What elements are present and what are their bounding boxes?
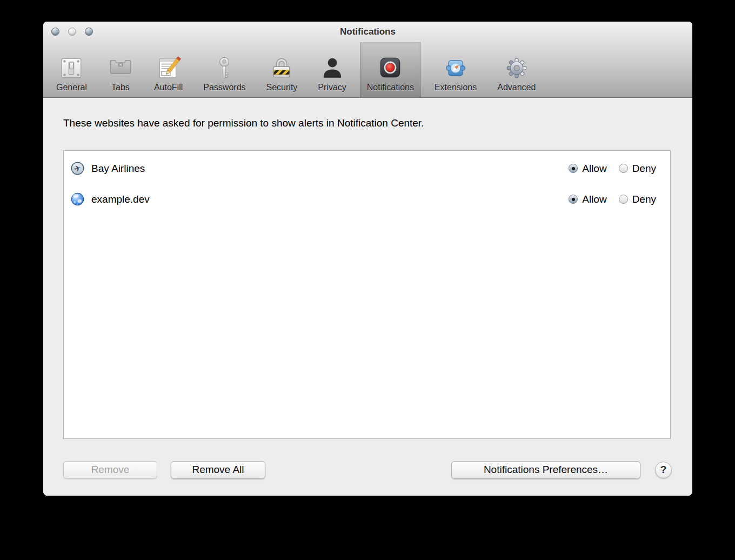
allow-radio[interactable]: [569, 164, 578, 173]
deny-label: Deny: [632, 163, 656, 175]
titlebar[interactable]: Notifications: [43, 22, 692, 42]
deny-label: Deny: [632, 194, 656, 205]
tab-label: General: [56, 83, 87, 92]
form-pencil-icon: [156, 55, 182, 81]
globe-icon: [71, 192, 84, 206]
deny-radio[interactable]: [619, 164, 628, 173]
tab-label: Notifications: [367, 83, 414, 92]
tab-security[interactable]: Security: [260, 42, 304, 97]
tab-autofill[interactable]: AutoFill: [148, 42, 189, 97]
deny-radio[interactable]: [619, 195, 628, 204]
tab-privacy[interactable]: Privacy: [311, 42, 352, 97]
tab-tabs[interactable]: Tabs: [101, 42, 140, 97]
airplane-icon: ✈: [71, 162, 84, 175]
screen: { "window": { "title": "Notifications" }…: [0, 0, 735, 560]
site-name: example.dev: [91, 194, 150, 205]
pane-description: These websites have asked for permission…: [63, 117, 671, 129]
padlock-icon: [269, 55, 295, 81]
websites-list: ✈ Bay Airlines Allow Deny: [63, 150, 671, 439]
tab-label: Tabs: [111, 83, 130, 92]
permission-controls: Allow Deny: [569, 194, 656, 205]
site-row[interactable]: example.dev Allow Deny: [64, 184, 670, 215]
permission-controls: Allow Deny: [569, 163, 656, 175]
site-row[interactable]: ✈ Bay Airlines Allow Deny: [64, 153, 670, 184]
window-header: Notifications General: [43, 22, 692, 98]
window-title: Notifications: [43, 26, 692, 37]
remove-button[interactable]: Remove: [63, 461, 157, 479]
tab-label: Advanced: [497, 83, 536, 92]
site-name: Bay Airlines: [91, 163, 145, 175]
tab-label: Extensions: [435, 83, 477, 92]
gear-icon: [504, 55, 530, 81]
person-silhouette-icon: [319, 55, 345, 81]
preferences-toolbar: General Tabs: [43, 42, 692, 97]
tab-passwords[interactable]: Passwords: [197, 42, 252, 97]
tab-label: Privacy: [318, 83, 346, 92]
tab-extensions[interactable]: Extensions: [428, 42, 483, 97]
tab-label: AutoFill: [154, 83, 183, 92]
switch-plate-icon: [58, 55, 84, 81]
footer-bar: Remove Remove All Notifications Preferen…: [63, 461, 672, 479]
tab-notifications[interactable]: Notifications: [360, 42, 420, 97]
notifications-preferences-button[interactable]: Notifications Preferences…: [451, 461, 640, 479]
tab-advanced[interactable]: Advanced: [491, 42, 542, 97]
tab-label: Passwords: [203, 83, 245, 92]
tab-label: Security: [266, 83, 298, 92]
help-button[interactable]: ?: [655, 462, 672, 478]
browser-tab-icon: [108, 55, 133, 81]
record-dot-icon: [377, 55, 403, 81]
allow-label: Allow: [582, 194, 606, 205]
allow-label: Allow: [582, 163, 606, 175]
tab-general[interactable]: General: [50, 42, 93, 97]
preferences-window: Notifications General: [43, 22, 692, 496]
puzzle-compass-icon: [443, 55, 469, 81]
allow-radio[interactable]: [569, 195, 578, 204]
notifications-pane: These websites have asked for permission…: [43, 98, 692, 496]
key-icon: [211, 55, 237, 81]
remove-all-button[interactable]: Remove All: [171, 461, 265, 479]
